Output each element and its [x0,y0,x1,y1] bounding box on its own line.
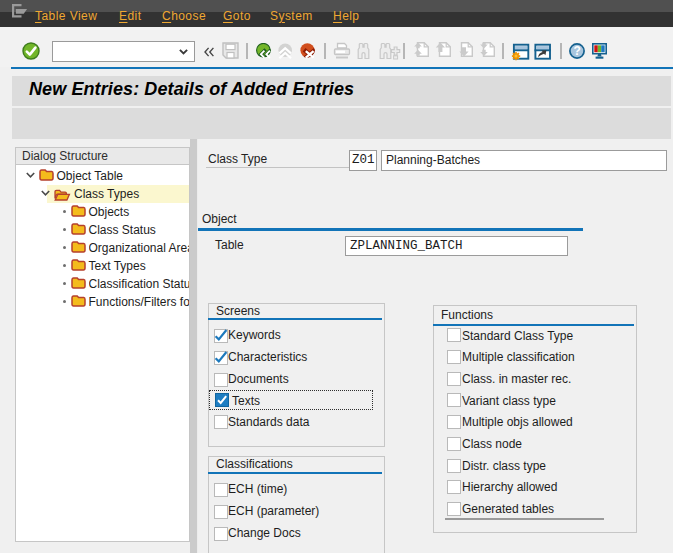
svg-text:?: ? [573,44,580,58]
